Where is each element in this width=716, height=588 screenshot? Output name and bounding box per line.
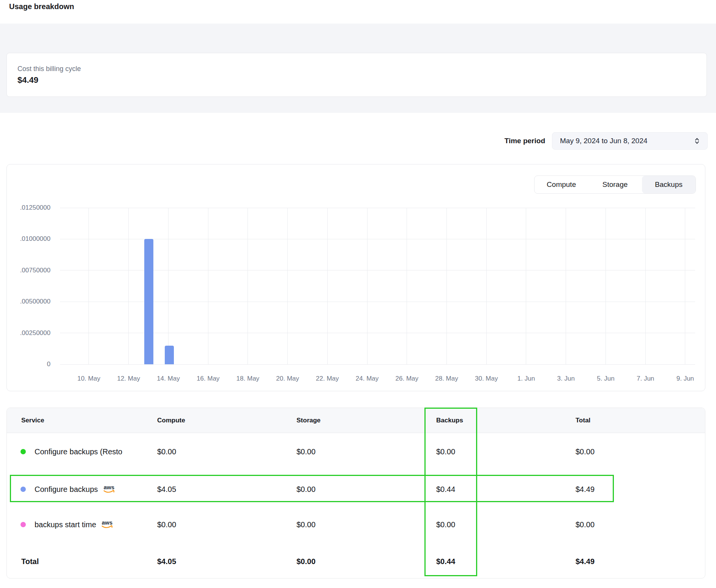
tab-compute[interactable]: Compute bbox=[535, 176, 588, 193]
backups-cost-cell: $0.00 bbox=[436, 447, 455, 456]
summary-band: Cost this billing cycle $4.49 bbox=[0, 24, 716, 113]
chart-metric-tabs: ComputeStorageBackups bbox=[534, 175, 696, 194]
compute-cost-cell: $4.05 bbox=[157, 485, 176, 494]
table-row: Configure backupsaws$4.05$0.00$0.44$4.49 bbox=[7, 476, 705, 503]
column-header-service: Service bbox=[21, 408, 44, 433]
y-axis-tick-label: .01250000 bbox=[7, 204, 50, 212]
x-gridline bbox=[367, 208, 367, 364]
x-gridline bbox=[327, 208, 328, 364]
storage-cost-cell: $0.00 bbox=[296, 485, 315, 494]
x-axis-tick-label: 18. May bbox=[231, 375, 265, 383]
y-axis-tick-label: .00500000 bbox=[7, 298, 50, 305]
backups-cost-cell: $0.00 bbox=[436, 520, 455, 529]
total-backups-cell: $0.44 bbox=[436, 557, 455, 566]
series-color-dot bbox=[21, 522, 26, 527]
x-gridline bbox=[606, 208, 606, 364]
x-axis-tick-label: 26. May bbox=[390, 375, 424, 383]
x-gridline bbox=[168, 208, 169, 364]
service-name: backups start timeaws bbox=[35, 520, 114, 530]
x-gridline bbox=[486, 208, 487, 364]
total-row-label: Total bbox=[21, 557, 39, 566]
x-gridline bbox=[128, 208, 129, 364]
total-cost-cell: $4.49 bbox=[576, 485, 595, 494]
x-axis-tick-label: 14. May bbox=[151, 375, 185, 383]
aws-logo-icon: aws bbox=[101, 520, 114, 530]
x-axis-tick-label: 5. Jun bbox=[588, 375, 623, 383]
x-axis-tick-label: 20. May bbox=[271, 375, 305, 383]
column-header-compute: Compute bbox=[157, 408, 185, 433]
series-color-dot bbox=[21, 487, 26, 492]
x-axis-tick-label: 24. May bbox=[350, 375, 384, 383]
x-axis-tick-label: 28. May bbox=[430, 375, 464, 383]
x-gridline bbox=[248, 208, 248, 364]
total-compute-cell: $4.05 bbox=[157, 557, 176, 566]
backups-bar-chart bbox=[60, 208, 695, 364]
total-total-cell: $4.49 bbox=[576, 557, 595, 566]
column-header-backups: Backups bbox=[436, 408, 463, 433]
aws-logo-icon: aws bbox=[103, 484, 116, 494]
x-gridline bbox=[88, 208, 89, 364]
tab-storage[interactable]: Storage bbox=[588, 176, 642, 193]
cost-breakdown-table: ServiceComputeStorageBackupsTotal Config… bbox=[6, 408, 705, 579]
column-header-total: Total bbox=[576, 408, 590, 433]
x-gridline bbox=[685, 208, 685, 364]
table-row: Configure backups (Resto$0.00$0.00$0.00$… bbox=[7, 438, 705, 465]
y-gridline bbox=[60, 364, 695, 365]
backups-cost-cell: $0.44 bbox=[436, 485, 455, 494]
time-period-select[interactable]: May 9, 2024 to Jun 8, 2024 bbox=[552, 132, 708, 150]
time-period-value: May 9, 2024 to Jun 8, 2024 bbox=[560, 137, 694, 145]
x-axis-tick-label: 16. May bbox=[191, 375, 225, 383]
storage-cost-cell: $0.00 bbox=[296, 520, 315, 529]
x-gridline bbox=[407, 208, 407, 364]
column-header-storage: Storage bbox=[296, 408, 320, 433]
table-row: backups start timeaws$0.00$0.00$0.00$0.0… bbox=[7, 511, 705, 538]
x-axis-tick-label: 30. May bbox=[469, 375, 503, 383]
y-gridline bbox=[60, 270, 695, 270]
series-color-dot bbox=[21, 449, 26, 454]
y-axis-tick-label: .00750000 bbox=[7, 267, 50, 274]
chart-bar-14-may bbox=[165, 346, 174, 364]
svg-text:aws: aws bbox=[104, 484, 114, 490]
total-storage-cell: $0.00 bbox=[296, 557, 315, 566]
y-axis-tick-label: .01000000 bbox=[7, 235, 50, 243]
compute-cost-cell: $0.00 bbox=[157, 520, 176, 529]
cost-card-label: Cost this billing cycle bbox=[17, 65, 707, 73]
total-cost-cell: $0.00 bbox=[576, 447, 595, 456]
x-axis-tick-label: 7. Jun bbox=[628, 375, 662, 383]
svg-text:aws: aws bbox=[102, 520, 112, 526]
x-gridline bbox=[446, 208, 447, 364]
total-cost-cell: $0.00 bbox=[576, 520, 595, 529]
table-total-row: Total$4.05$0.00$0.44$4.49 bbox=[7, 548, 705, 575]
y-gridline bbox=[60, 208, 695, 208]
y-gridline bbox=[60, 333, 695, 333]
x-axis-tick-label: 12. May bbox=[112, 375, 146, 383]
cost-card-value: $4.49 bbox=[17, 75, 707, 85]
x-gridline bbox=[208, 208, 208, 364]
updown-chevron-icon bbox=[694, 137, 700, 145]
y-gridline bbox=[60, 239, 695, 239]
x-axis-tick-label: 1. Jun bbox=[509, 375, 543, 383]
x-axis-tick-label: 9. Jun bbox=[668, 375, 702, 383]
x-gridline bbox=[645, 208, 646, 364]
chart-bar-13-may bbox=[144, 239, 153, 364]
time-period-label: Time period bbox=[488, 137, 545, 145]
x-axis-tick-label: 3. Jun bbox=[549, 375, 583, 383]
x-gridline bbox=[287, 208, 288, 364]
service-name: Configure backups (Resto bbox=[35, 447, 122, 456]
x-gridline bbox=[566, 208, 566, 364]
table-header-row: ServiceComputeStorageBackupsTotal bbox=[7, 408, 705, 433]
storage-cost-cell: $0.00 bbox=[296, 447, 315, 456]
tab-backups[interactable]: Backups bbox=[642, 176, 695, 193]
y-axis-tick-label: .00250000 bbox=[7, 329, 50, 337]
y-axis-tick-label: 0 bbox=[7, 360, 50, 368]
service-name: Configure backupsaws bbox=[35, 484, 116, 494]
usage-chart-panel: ComputeStorageBackups .01250000.01000000… bbox=[6, 164, 705, 391]
x-axis-tick-label: 10. May bbox=[72, 375, 106, 383]
x-gridline bbox=[526, 208, 526, 364]
cost-card: Cost this billing cycle $4.49 bbox=[6, 53, 707, 97]
x-axis-tick-label: 22. May bbox=[310, 375, 344, 383]
compute-cost-cell: $0.00 bbox=[157, 447, 176, 456]
page-title: Usage breakdown bbox=[9, 2, 74, 11]
y-gridline bbox=[60, 302, 695, 302]
